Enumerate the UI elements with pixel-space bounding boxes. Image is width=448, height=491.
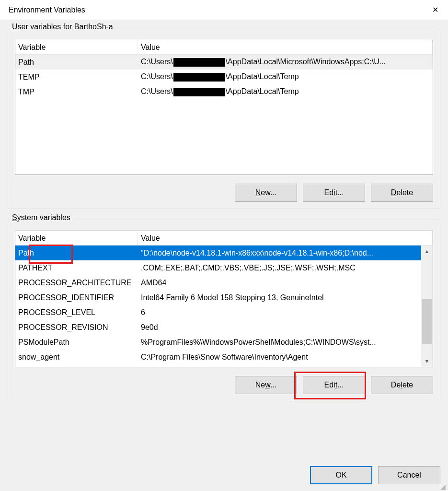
cell-value: .COM;.EXE;.BAT;.CMD;.VBS;.VBE;.JS;.JSE;.… [138,264,421,272]
cell-variable: PROCESSOR_IDENTIFIER [15,293,138,302]
scroll-thumb[interactable] [422,299,432,344]
cell-variable: PROCESSOR_LEVEL [15,308,138,317]
system-variables-group: System variables Variable Value Path"D:\… [8,220,440,401]
table-row[interactable]: PathC:\Users\\AppData\Local\Microsoft\Wi… [15,55,433,70]
resize-grip-icon: ◢ [440,483,447,490]
table-row[interactable]: PROCESSOR_IDENTIFIERIntel64 Family 6 Mod… [15,290,421,305]
cell-value: Intel64 Family 6 Model 158 Stepping 13, … [138,293,421,302]
cell-variable: PROCESSOR_ARCHITECTURE [15,279,138,287]
cell-value: AMD64 [138,279,421,287]
redacted-text [173,88,225,96]
cell-value: 9e0d [138,323,421,332]
system-button-row: New... Edit... Delete [15,376,433,394]
cancel-button[interactable]: Cancel [378,466,440,484]
list-header: Variable Value [15,40,433,55]
close-button[interactable]: ✕ [422,0,448,20]
scrollbar[interactable]: ▲ ▼ [421,246,433,367]
cell-value: 6 [138,308,421,317]
ok-button[interactable]: OK [310,466,372,484]
close-icon: ✕ [432,5,438,14]
table-row[interactable]: TMPC:\Users\\AppData\Local\Temp [15,84,433,99]
cell-variable: PSModulePath [15,338,138,347]
cell-variable: PATHEXT [15,264,138,272]
cell-value: C:\Users\\AppData\Local\Microsoft\Window… [138,58,433,67]
scroll-down-icon[interactable]: ▼ [421,355,433,367]
table-row[interactable]: PATHEXT.COM;.EXE;.BAT;.CMD;.VBS;.VBE;.JS… [15,260,421,275]
table-row[interactable]: PROCESSOR_ARCHITECTUREAMD64 [15,275,421,290]
cell-variable: Path [15,58,138,67]
user-variables-list[interactable]: Variable Value PathC:\Users\\AppData\Loc… [15,40,433,175]
user-edit-button[interactable]: Edit... [303,184,365,202]
table-row[interactable]: PROCESSOR_LEVEL6 [15,305,421,320]
list-body: Path"D:\node\node-v14.18.1-win-x86xxx\no… [15,246,433,364]
cell-variable: snow_agent [15,353,138,362]
cell-variable: Path [15,249,138,257]
column-header-value[interactable]: Value [138,40,433,54]
column-header-variable[interactable]: Variable [15,40,138,54]
redacted-text [173,58,225,67]
user-new-button[interactable]: New... [235,184,297,202]
titlebar: Environment Variables ✕ [0,0,448,20]
redacted-text [173,73,225,82]
dialog-footer: OK Cancel ◢ [0,462,448,491]
table-row[interactable]: PSModulePath%ProgramFiles%\WindowsPowerS… [15,335,421,350]
client-area: User variables for BarthoSh-a Variable V… [0,20,448,462]
table-row[interactable]: TEMPC:\Users\\AppData\Local\Temp [15,70,433,84]
user-delete-button[interactable]: Delete [371,184,433,202]
column-header-variable[interactable]: Variable [15,231,138,245]
cell-variable: PROCESSOR_REVISION [15,323,138,332]
system-new-button[interactable]: New... [235,376,297,394]
list-body: PathC:\Users\\AppData\Local\Microsoft\Wi… [15,55,433,99]
environment-variables-dialog: Environment Variables ✕ User variables f… [0,0,448,491]
table-row[interactable]: Path"D:\node\node-v14.18.1-win-x86xxx\no… [15,246,421,260]
cell-value: C:\Program Files\Snow Software\Inventory… [138,353,421,362]
table-row[interactable]: PROCESSOR_REVISION9e0d [15,320,421,335]
cell-value: C:\Users\\AppData\Local\Temp [138,87,433,96]
cell-variable: TEMP [15,73,138,82]
table-row[interactable]: snow_agentC:\Program Files\Snow Software… [15,350,421,364]
system-delete-button[interactable]: Delete [371,376,433,394]
system-edit-button[interactable]: Edit... [303,376,365,394]
cell-variable: TMP [15,88,138,96]
system-variables-list[interactable]: Variable Value Path"D:\node\node-v14.18.… [15,231,433,367]
cell-value: "D:\node\node-v14.18.1-win-x86xxx\node-v… [138,249,421,257]
list-header: Variable Value [15,231,433,246]
user-variables-group: User variables for BarthoSh-a Variable V… [8,29,440,209]
window-title: Environment Variables [9,6,85,14]
column-header-value[interactable]: Value [138,231,433,245]
system-variables-label: System variables [10,213,72,222]
user-button-row: New... Edit... Delete [15,184,433,202]
cell-value: %ProgramFiles%\WindowsPowerShell\Modules… [138,338,421,347]
scroll-up-icon[interactable]: ▲ [421,246,433,257]
cell-value: C:\Users\\AppData\Local\Temp [138,72,433,82]
user-variables-label: User variables for BarthoSh-a [10,23,115,31]
